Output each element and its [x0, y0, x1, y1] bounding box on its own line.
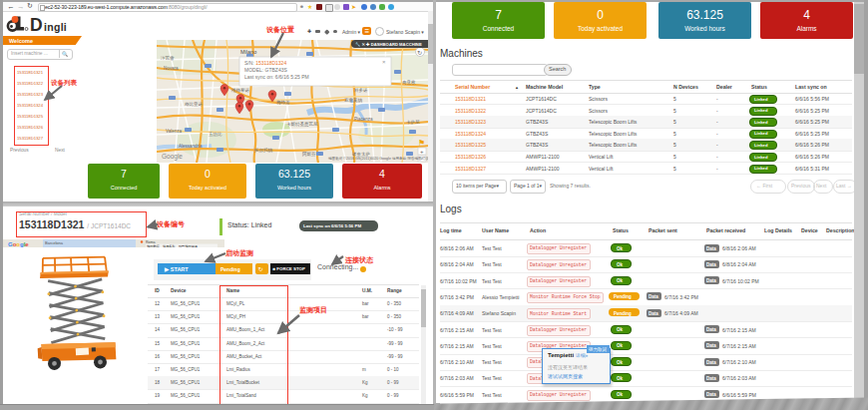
svg-text:Google: Google	[162, 153, 183, 161]
svg-text:Google: Google	[8, 241, 29, 247]
svg-text:Barcelona: Barcelona	[45, 240, 64, 245]
svg-text:奇亚枚: 奇亚枚	[402, 79, 416, 85]
svg-text:地图数据 使用条款 报告地图错误: 地图数据 使用条款 报告地图错误	[146, 244, 198, 248]
svg-text:MODEL: GTBZ43S: MODEL: GTBZ43S	[244, 67, 287, 73]
svg-text:ingli: ingli	[44, 21, 67, 33]
svg-text:五坊比: 五坊比	[209, 131, 222, 138]
svg-text:卡斯特圣悉瓦尼: 卡斯特圣悉瓦尼	[286, 121, 318, 128]
svg-text:科多诺: 科多诺	[354, 88, 368, 93]
svg-text:⚑: ⚑	[418, 139, 425, 148]
svg-text:×: ×	[382, 59, 386, 65]
svg-text:卡萨尼: 卡萨尼	[406, 120, 420, 125]
svg-text:↻: ↻	[417, 50, 422, 56]
svg-text:Last sync on: 6/6/16 5:25 PM: Last sync on: 6/6/16 5:25 PM	[244, 74, 309, 80]
svg-text:D: D	[30, 15, 43, 34]
svg-text:阿斯芬: 阿斯芬	[302, 152, 316, 157]
svg-text:Valenza: Valenza	[166, 129, 182, 134]
svg-text:地图数据 ©2016 GS(2011)6020 Google: 地图数据 ©2016 GS(2011)6020 Google 使用条款 报告地图…	[327, 156, 428, 161]
svg-text:维格羍诺: 维格羍诺	[231, 88, 250, 93]
svg-text:拓尔托纳: 拓尔托纳	[253, 148, 273, 153]
svg-text:Piacenza: Piacenza	[354, 117, 373, 122]
svg-text:Alessandria: Alessandria	[179, 144, 203, 149]
svg-text:格比亚诺: 格比亚诺	[185, 101, 204, 107]
svg-text:Novara: Novara	[164, 66, 179, 71]
svg-text:克雷莫纳: 克雷莫纳	[344, 97, 363, 103]
svg-text:S/N: 153118D1324: S/N: 153118D1324	[244, 60, 286, 66]
svg-text:汴瓦雷: 汴瓦雷	[161, 55, 175, 61]
svg-text:+: +	[420, 149, 424, 155]
svg-text:Milano: Milano	[240, 49, 256, 55]
